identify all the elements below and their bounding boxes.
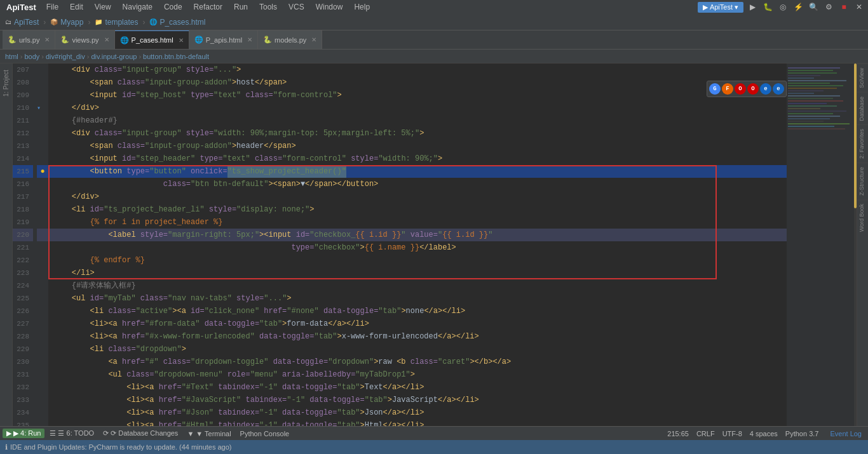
todo-button[interactable]: ☰ ☰ 6: TODO — [46, 429, 98, 438]
tab-close-views[interactable]: ✕ — [104, 36, 109, 43]
search-everywhere-icon[interactable]: 🔍 — [807, 1, 820, 13]
profile-icon[interactable]: ⚡ — [792, 1, 804, 13]
debug-icon[interactable]: 🐛 — [761, 1, 774, 13]
tab-close-models[interactable]: ✕ — [311, 36, 316, 43]
settings-icon[interactable]: ⚙ — [822, 1, 835, 13]
favorites-label[interactable]: 2: Favorites — [857, 124, 868, 163]
code-line-228: <li><a href="#x-www-form-urlencoded" dat… — [48, 330, 787, 343]
bc-body[interactable]: body — [24, 53, 39, 60]
code-line-220: <label style="margin-right: 5px;"><input… — [48, 229, 787, 241]
menu-refactor[interactable]: Refactor — [189, 1, 227, 13]
menu-run[interactable]: Run — [229, 1, 253, 13]
minimap-scrollbar-thumb[interactable] — [854, 63, 857, 208]
tab-views[interactable]: 🐍 views.py ✕ — [55, 30, 114, 50]
minimap-line — [788, 72, 837, 74]
minimap-line — [788, 100, 843, 102]
path-apitest[interactable]: ApiTest — [14, 18, 39, 27]
code-editor[interactable]: G F O O e e <div class="input-group" sty… — [48, 63, 787, 426]
chrome-icon[interactable]: G — [709, 83, 721, 95]
line-num-210: 210 — [13, 102, 33, 114]
python-console-button[interactable]: Python Console — [236, 429, 294, 438]
apitest-label: ▶ ApiTest — [703, 3, 733, 11]
code-line-216: class="btn btn-default"><span>▼</span></… — [48, 178, 787, 190]
database-label[interactable]: Database — [857, 92, 868, 125]
tab-papis[interactable]: 🌐 P_apis.html ✕ — [189, 30, 258, 50]
minimap-line — [788, 121, 824, 122]
gutter-235 — [37, 419, 48, 426]
bc-right-div[interactable]: div#right_div — [46, 53, 85, 60]
zstructure-label[interactable]: Z-Structure — [857, 163, 868, 199]
terminal-button[interactable]: ▼ ▼ Terminal — [183, 429, 234, 438]
gutter-228 — [37, 330, 48, 343]
menu-help[interactable]: Help — [349, 1, 375, 13]
code-line-229: <li class="dropdown"> — [48, 343, 787, 356]
bc-button[interactable]: button.btn.btn-default — [143, 53, 209, 60]
line-ending: CRLF — [696, 430, 715, 437]
menu-navigate[interactable]: Navigate — [118, 1, 158, 13]
tab-close-pcases[interactable]: ✕ — [179, 37, 184, 44]
code-line-230: <a href="#" class="dropdown-toggle" data… — [48, 356, 787, 368]
minimap-line — [788, 75, 820, 76]
tab-pcases[interactable]: 🌐 P_cases.html ✕ — [115, 30, 189, 50]
code-line-224: {#请求体输入框#} — [48, 279, 787, 292]
line-num-235: 235 — [13, 419, 33, 426]
firefox-icon[interactable]: F — [722, 83, 733, 95]
line-numbers: 207 208 209 210 211 212 213 214 215 216 … — [13, 63, 37, 426]
path-templates[interactable]: templates — [105, 18, 138, 27]
menu-vcs[interactable]: VCS — [283, 1, 309, 13]
menubar: ApiTest File Edit View Navigate Code Ref… — [0, 0, 868, 14]
line-num-234: 234 — [13, 406, 33, 419]
tab-icon-urls: 🐍 — [8, 36, 17, 44]
run-button[interactable]: ▶ ▶ 4: Run — [3, 429, 44, 438]
event-log-button[interactable]: Event Log — [826, 429, 865, 438]
ie-icon[interactable]: e — [760, 83, 771, 95]
code-line-219: {% for i in project_header %} — [48, 216, 787, 229]
cursor-position: 215:65 — [667, 430, 689, 437]
project-icon: 🗂 — [5, 18, 11, 25]
path-myapp[interactable]: Myapp — [60, 18, 83, 27]
wordbook-label[interactable]: Word Book — [857, 199, 868, 236]
editor-tabs: 🐍 urls.py ✕ 🐍 views.py ✕ 🌐 P_cases.html … — [0, 30, 868, 50]
code-line-233: <li><a href="#JavaScript" tabindex="-1" … — [48, 394, 787, 406]
menu-file[interactable]: File — [41, 1, 64, 13]
tab-models[interactable]: 🐍 models.py ✕ — [258, 30, 322, 50]
menu-view[interactable]: View — [90, 1, 116, 13]
opera2-icon[interactable]: O — [747, 83, 759, 95]
line-num-233: 233 — [13, 394, 33, 406]
bc-input-group[interactable]: div.input-group — [91, 53, 137, 60]
bc-html[interactable]: html — [5, 53, 18, 60]
minimap-line — [788, 67, 840, 69]
gutter-209 — [37, 89, 48, 102]
coverage-icon[interactable]: ◎ — [776, 1, 789, 13]
tab-urls[interactable]: 🐍 urls.py ✕ — [3, 30, 55, 50]
menu-edit[interactable]: Edit — [65, 1, 88, 13]
stop-icon[interactable]: ■ — [837, 1, 850, 13]
tab-close-urls[interactable]: ✕ — [44, 36, 50, 43]
apitest-dropdown[interactable]: ▶ ApiTest ▾ — [698, 2, 743, 13]
path-pcases[interactable]: P_cases.html — [159, 18, 205, 27]
minimap-line — [788, 93, 814, 94]
code-line-210: </div> — [48, 102, 787, 114]
menu-window[interactable]: Window — [311, 1, 348, 13]
opera-icon[interactable]: O — [735, 83, 746, 95]
run-icon[interactable]: ▶ — [746, 1, 759, 13]
code-line-231: <ul class="dropdown-menu" role="menu" ar… — [48, 368, 787, 381]
close-icon[interactable]: ✕ — [853, 1, 865, 13]
edge-icon[interactable]: e — [773, 83, 784, 95]
line-num-225: 225 — [13, 292, 33, 305]
menu-tools[interactable]: Tools — [254, 1, 282, 13]
notification-bar: ℹ IDE and Plugin Updates: PyCharm is rea… — [0, 440, 868, 454]
minimap-content — [787, 65, 857, 132]
minimap-line — [788, 110, 846, 112]
gutter-232 — [37, 381, 48, 394]
code-line-221: type="checkbox">{{ i.name }}</label> — [48, 241, 787, 254]
tab-label-papis: P_apis.html — [206, 36, 242, 44]
code-line-209: <input id="step_host" type="text" class=… — [48, 89, 787, 102]
tab-close-papis[interactable]: ✕ — [247, 36, 252, 43]
db-changes-button[interactable]: ⟳ ⟳ Database Changes — [99, 429, 182, 438]
minimap — [787, 63, 857, 426]
project-panel-label[interactable]: 1: Project — [3, 66, 10, 100]
sciview-label[interactable]: SciView — [857, 63, 868, 92]
menu-code[interactable]: Code — [159, 1, 187, 13]
folder-icon: 📁 — [95, 18, 102, 25]
